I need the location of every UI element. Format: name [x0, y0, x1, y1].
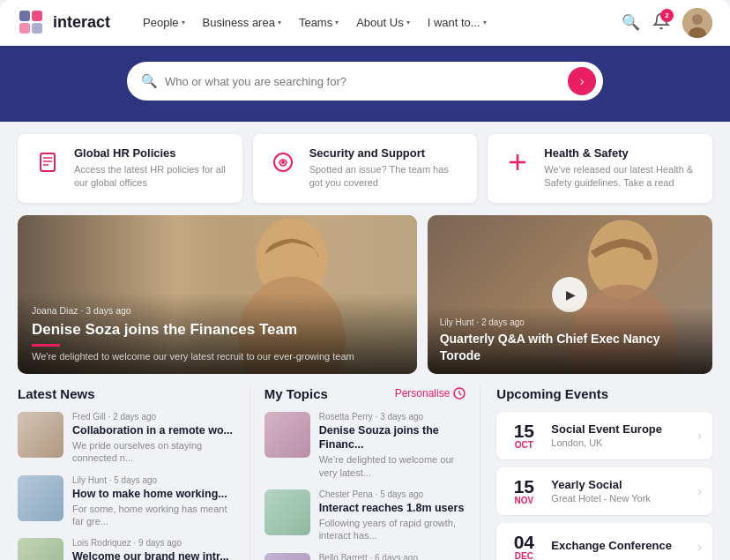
event-date-1: 15 OCT — [507, 422, 540, 450]
nav-link-people[interactable]: People▾ — [135, 11, 192, 34]
topic-thumb-1 — [264, 412, 310, 458]
search-icon: 🔍 — [141, 73, 158, 89]
news-item-3[interactable]: Lois Rodriquez · 9 days ago Welcome our … — [18, 538, 234, 560]
upcoming-events-col: Upcoming Events 15 OCT Social Event Euro… — [480, 386, 712, 560]
quick-card-health[interactable]: Health & Safety We've released our lates… — [488, 134, 712, 203]
event-month-2: NOV — [507, 496, 540, 505]
svg-rect-0 — [19, 11, 30, 21]
featured-main-overlay: Joana Diaz · 3 days ago Denise Soza join… — [18, 293, 417, 374]
topic-excerpt-1: We're delighted to welcome our very late… — [319, 453, 466, 479]
quick-card-security[interactable]: Security and Support Spotted an issue? T… — [253, 134, 478, 203]
search-container: 🔍 › — [127, 62, 603, 101]
featured-side-author: Lily Hunt · 2 days ago — [440, 317, 700, 327]
quick-links-section: Global HR Policies Access the latest HR … — [0, 122, 730, 215]
search-submit-button[interactable]: › — [568, 67, 596, 95]
event-date-2: 15 NOV — [507, 477, 540, 505]
event-title-3: Exchange Conference — [551, 539, 697, 552]
search-input[interactable] — [165, 75, 568, 88]
event-day-3: 04 — [507, 533, 540, 551]
chevron-icon: ▾ — [182, 19, 185, 26]
security-card-title: Security and Support — [309, 146, 464, 160]
personalise-button[interactable]: Personalise — [395, 387, 466, 399]
news-content-3: Lois Rodriquez · 9 days ago Welcome our … — [72, 538, 229, 560]
event-info-2: Yearly Social Great Hotel - New York — [551, 478, 697, 504]
news-thumb-3 — [18, 538, 63, 560]
news-thumb-2 — [18, 475, 63, 521]
avatar[interactable] — [682, 8, 712, 38]
nav-link-about[interactable]: About Us▾ — [348, 11, 417, 34]
news-excerpt-1: We pride ourselves on staying connected … — [72, 439, 234, 465]
security-card-desc: Spotted an issue? The team has got you c… — [309, 163, 464, 190]
latest-news-title: Latest News — [18, 386, 234, 401]
latest-news-col: Latest News Fred Gill · 2 days ago Colla… — [18, 386, 250, 560]
event-month-3: DEC — [507, 551, 540, 560]
event-item-3[interactable]: 04 DEC Exchange Conference › — [496, 523, 712, 560]
event-title-2: Yearly Social — [551, 478, 697, 491]
news-title-3: Welcome our brand new intr... — [72, 549, 229, 560]
notification-badge: 2 — [660, 9, 674, 22]
featured-main-divider — [32, 344, 60, 347]
chevron-icon: ▾ — [406, 19, 410, 26]
svg-rect-1 — [32, 11, 42, 21]
event-item-1[interactable]: 15 OCT Social Event Europe London, UK › — [496, 412, 712, 459]
hero-section: 🔍 › — [0, 46, 730, 122]
topic-thumb-2 — [264, 489, 310, 535]
topic-title-1: Denise Souza joins the Financ... — [319, 423, 466, 452]
nav-link-teams[interactable]: Teams▾ — [291, 11, 346, 34]
topic-item-2[interactable]: Chester Pena · 5 days ago Interact reach… — [264, 489, 466, 542]
health-icon — [502, 146, 533, 178]
hr-card-title: Global HR Policies — [74, 146, 228, 160]
topic-content-3: Bello Barrett · 6 days ago FOCUS 2023: O… — [319, 553, 466, 560]
topic-item-3[interactable]: Bello Barrett · 6 days ago FOCUS 2023: O… — [264, 553, 466, 560]
hr-icon — [32, 146, 63, 178]
topic-meta-2: Chester Pena · 5 days ago — [319, 489, 466, 499]
featured-main[interactable]: Joana Diaz · 3 days ago Denise Soza join… — [18, 215, 417, 374]
featured-side-overlay: Lily Hunt · 2 days ago Quarterly Q&A wit… — [428, 307, 712, 373]
my-topics-col: My Topics Personalise Rosetta Perry · 3 … — [250, 386, 481, 560]
event-chevron-1: › — [697, 429, 702, 443]
chevron-icon: ▾ — [483, 19, 487, 26]
event-day-2: 15 — [507, 477, 540, 496]
svg-point-5 — [692, 14, 703, 25]
news-meta-3: Lois Rodriquez · 9 days ago — [72, 538, 229, 548]
avatar-icon — [682, 8, 712, 38]
logo-area[interactable]: interact — [18, 9, 110, 37]
event-chevron-2: › — [697, 484, 702, 498]
nav-links: People▾ Business area▾ Teams▾ About Us▾ … — [135, 11, 622, 34]
event-item-2[interactable]: 15 NOV Yearly Social Great Hotel - New Y… — [496, 467, 712, 515]
security-card-content: Security and Support Spotted an issue? T… — [309, 146, 464, 190]
featured-side-title: Quarterly Q&A with Chief Exec Nancy Toro… — [440, 331, 700, 362]
news-item-1[interactable]: Fred Gill · 2 days ago Collaboration in … — [18, 412, 234, 465]
news-content-1: Fred Gill · 2 days ago Collaboration in … — [72, 412, 234, 465]
event-info-1: Social Event Europe London, UK — [551, 422, 697, 448]
svg-rect-7 — [41, 153, 55, 171]
chevron-icon: ▾ — [335, 19, 339, 26]
topic-meta-3: Bello Barrett · 6 days ago — [319, 553, 466, 560]
topic-content-1: Rosetta Perry · 3 days ago Denise Souza … — [319, 412, 466, 479]
event-info-3: Exchange Conference — [551, 539, 697, 554]
featured-main-title: Denise Soza joins the Finances Team — [32, 320, 403, 340]
topic-item-1[interactable]: Rosetta Perry · 3 days ago Denise Souza … — [264, 412, 466, 479]
news-meta-1: Fred Gill · 2 days ago — [72, 412, 234, 422]
upcoming-events-title: Upcoming Events — [496, 386, 712, 401]
quick-card-hr[interactable]: Global HR Policies Access the latest HR … — [18, 134, 242, 203]
featured-side[interactable]: ▶ Lily Hunt · 2 days ago Quarterly Q&A w… — [428, 215, 712, 374]
search-nav-icon[interactable]: 🔍 — [622, 13, 640, 32]
topic-meta-1: Rosetta Perry · 3 days ago — [319, 412, 466, 422]
news-item-2[interactable]: Lily Hunt · 5 days ago How to make home … — [18, 475, 234, 528]
event-title-1: Social Event Europe — [551, 422, 697, 436]
news-thumb-1 — [18, 412, 63, 458]
svg-rect-3 — [32, 23, 42, 34]
topic-thumb-3 — [264, 553, 310, 560]
svg-point-12 — [281, 161, 285, 164]
event-day-1: 15 — [507, 422, 540, 440]
news-title-2: How to make home working... — [72, 487, 234, 501]
my-topics-title: My Topics — [264, 386, 328, 401]
nav-link-iwantto[interactable]: I want to...▾ — [420, 11, 495, 34]
topic-content-2: Chester Pena · 5 days ago Interact reach… — [319, 489, 466, 542]
notifications-icon-wrap[interactable]: 2 — [652, 12, 670, 34]
nav-link-business[interactable]: Business area▾ — [195, 11, 289, 34]
event-chevron-3: › — [697, 540, 702, 554]
topic-title-2: Interact reaches 1.8m users — [319, 501, 466, 515]
featured-section: Joana Diaz · 3 days ago Denise Soza join… — [0, 215, 730, 386]
